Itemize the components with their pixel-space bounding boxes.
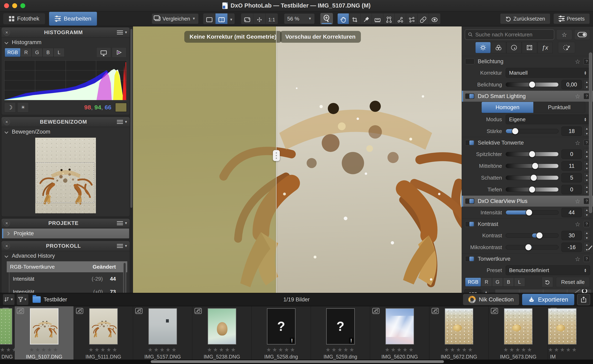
right-scrollbar[interactable]: [589, 52, 592, 213]
presets-button[interactable]: Presets: [553, 13, 590, 24]
thumbnail-image[interactable]: ?!: [267, 308, 296, 344]
slider-thumb[interactable]: [536, 232, 543, 239]
light-tools-tab[interactable]: [475, 42, 491, 53]
histogram-channel-g[interactable]: G: [32, 48, 43, 57]
kontrast-slider[interactable]: [506, 233, 559, 238]
belichtung-slider[interactable]: [506, 82, 559, 87]
filmstrip-item[interactable]: ★★★★★IMG_5620.DNG: [370, 306, 430, 359]
section-header[interactable]: DxO ClearView Plus☆?: [462, 196, 593, 207]
local-adjustments-button[interactable]: [558, 42, 575, 53]
close-icon[interactable]: ×: [3, 220, 10, 227]
mikrokontrast-slider[interactable]: [506, 245, 559, 249]
panel-menu-button[interactable]: ▼: [117, 120, 128, 124]
histogram-channel-rgb[interactable]: RGB: [5, 48, 20, 57]
monitor-preview-button[interactable]: [96, 47, 111, 58]
value-box[interactable]: 44: [561, 208, 582, 217]
favorite-star-icon[interactable]: ☆: [575, 93, 580, 100]
effects-tools-tab[interactable]: ƒx: [537, 42, 553, 53]
single-view-button[interactable]: [203, 13, 216, 24]
star-rating[interactable]: ★★★★★: [489, 346, 548, 353]
stepper[interactable]: ▲▼: [483, 289, 490, 293]
upright-tool-button[interactable]: [383, 13, 395, 24]
segment-punktuell[interactable]: Punktuell: [533, 102, 585, 113]
thumbnail-image[interactable]: [208, 308, 236, 344]
projects-row[interactable]: Projekte: [2, 228, 129, 238]
eyedropper-tool-button[interactable]: [360, 13, 372, 24]
section-enable-checkbox[interactable]: [465, 256, 474, 262]
thumbnail-image[interactable]: [445, 308, 473, 344]
history-collapse[interactable]: Advanced History: [1, 251, 130, 260]
filmstrip-item[interactable]: ?!★★★★★IMG_5258.dng: [252, 306, 311, 359]
favorite-star-icon[interactable]: ☆: [575, 198, 580, 205]
image-viewer[interactable]: Keine Korrektur (mit Geometrie) Vorschau…: [133, 26, 462, 293]
angle-tool-button[interactable]: [395, 13, 406, 24]
curve-channel-rgb[interactable]: RGB: [465, 278, 481, 286]
reset-button[interactable]: Zurücksetzen: [500, 13, 550, 24]
histogram-channel-b[interactable]: B: [43, 48, 54, 57]
pencil-icon[interactable]: [587, 244, 593, 251]
close-icon[interactable]: ×: [3, 243, 10, 249]
section-header[interactable]: DxO Smart Lighting☆?: [462, 91, 593, 102]
compare-button[interactable]: Vergleichen ▼: [152, 13, 199, 24]
thumbnail-image[interactable]: ?!: [326, 308, 355, 344]
zoom-level-select[interactable]: 56 % ▼: [284, 13, 315, 24]
thumbnail-image[interactable]: [385, 308, 414, 344]
navigator-thumbnail[interactable]: [35, 138, 96, 213]
section-header[interactable]: Selektive Tonwerte☆?: [462, 137, 593, 148]
filmstrip-item[interactable]: ★★★★★IMG_5157.DNG: [133, 306, 192, 359]
view-mode-dropdown[interactable]: ▼: [228, 13, 235, 24]
curve-channel-r[interactable]: R: [481, 278, 492, 286]
sort-button[interactable]: ▼: [3, 294, 15, 305]
curve-reset-all-button[interactable]: Reset alle: [556, 277, 590, 287]
curve-channel-g[interactable]: G: [492, 278, 503, 286]
value-box[interactable]: 0,00: [561, 80, 582, 89]
close-icon[interactable]: ×: [3, 119, 10, 125]
tone-curve-chart[interactable]: [495, 289, 591, 293]
favorite-star-icon[interactable]: ☆: [575, 139, 580, 146]
preset-select[interactable]: Benutzerdefiniert▲▼: [506, 265, 590, 275]
star-rating[interactable]: ★★★★★: [252, 346, 310, 353]
mask-view-button[interactable]: [429, 13, 440, 24]
thumbnail-image[interactable]: [89, 308, 118, 344]
mitteltöne-slider[interactable]: [506, 164, 559, 168]
fit-screen-button[interactable]: [241, 13, 253, 24]
star-rating[interactable]: ★★★★★: [74, 346, 133, 353]
hand-tool-button[interactable]: [338, 13, 349, 24]
star-rating[interactable]: ★★★★★: [370, 346, 429, 353]
value-box[interactable]: 0: [561, 150, 582, 159]
favorite-star-icon[interactable]: ☆: [575, 58, 580, 65]
section-enable-checkbox[interactable]: [465, 140, 474, 146]
split-handle[interactable]: [273, 150, 280, 161]
filmstrip-scrollbar-track[interactable]: [0, 359, 593, 364]
modus-select[interactable]: Eigene▲▼: [506, 115, 590, 124]
star-rating[interactable]: ★★★★★: [15, 346, 74, 353]
thumbnail-image[interactable]: [548, 308, 577, 344]
section-enable-checkbox[interactable]: [465, 58, 474, 64]
section-header[interactable]: Belichtung☆?: [462, 56, 593, 67]
histogram-channel-r[interactable]: R: [20, 48, 32, 57]
favorites-filter-button[interactable]: ☆: [556, 29, 572, 40]
star-rating[interactable]: ★★★★★: [192, 346, 251, 353]
geometry-tools-tab[interactable]: [522, 42, 537, 53]
slider-thumb[interactable]: [532, 162, 539, 169]
panel-menu-button[interactable]: ▼: [117, 244, 128, 248]
filmstrip-item[interactable]: ★★★★★IMG_5673.DNG: [489, 306, 548, 359]
curve-channel-l[interactable]: L: [514, 278, 525, 286]
section-enable-checkbox[interactable]: [465, 93, 474, 99]
histogram-collapse[interactable]: Histogramm: [1, 38, 130, 47]
export-button[interactable]: Exportieren: [522, 294, 574, 305]
panel-menu-button[interactable]: ▼: [117, 221, 128, 225]
horizon-tool-button[interactable]: [372, 13, 383, 24]
value-box[interactable]: -16: [561, 243, 582, 252]
slider-thumb[interactable]: [530, 174, 537, 181]
color-tools-tab[interactable]: [491, 42, 506, 53]
share-button[interactable]: [577, 294, 590, 305]
nik-collection-button[interactable]: Nik Collection: [463, 294, 519, 305]
filmstrip-item[interactable]: ?!★★★★★IMG_5259.dng: [311, 306, 370, 359]
navigator-selection[interactable]: [36, 163, 94, 203]
search-input[interactable]: Suche nach Korrekturen: [465, 29, 554, 40]
star-rating[interactable]: ★★★★★: [548, 346, 558, 353]
stärke-slider[interactable]: [506, 129, 559, 133]
slider-thumb[interactable]: [529, 186, 536, 193]
slider-thumb[interactable]: [526, 209, 532, 216]
